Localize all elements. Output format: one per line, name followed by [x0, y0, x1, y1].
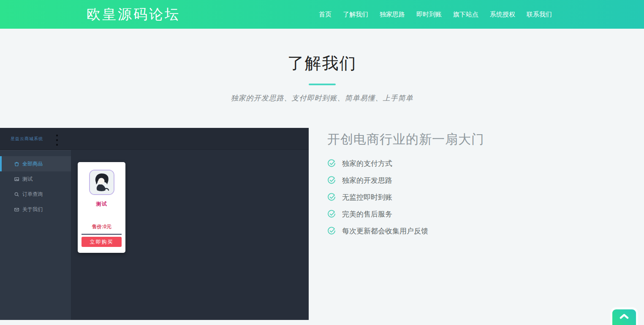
feature-label: 独家的支付方式	[342, 159, 392, 168]
sidebar-item-label: 全部商品	[22, 160, 43, 168]
features-list: 独家的支付方式 独家的开发思路 无监控即时到账 完美的售后服务 每次更新都会收集…	[327, 155, 564, 239]
back-to-top-button[interactable]	[612, 309, 636, 325]
feature-item: 独家的开发思路	[327, 172, 564, 189]
sidebar-item-about-us[interactable]: 关于我们	[0, 202, 71, 217]
product-image	[89, 170, 114, 195]
check-circle-icon	[327, 227, 336, 235]
demo-screenshot-panel: 星益云商城系统 全部商品 测试 订单查询 关于我们	[0, 128, 309, 320]
product-name: 测试	[78, 200, 125, 208]
card-divider	[82, 234, 122, 235]
page-subtitle: 独家的开发思路、支付即时到账、简单易懂、上手简单	[0, 93, 644, 103]
nav-exclusive-ideas[interactable]: 独家思路	[380, 11, 405, 19]
features-section: 开创电商行业的新一扇大门 独家的支付方式 独家的开发思路 无监控即时到账 完美的…	[327, 128, 564, 239]
feature-item: 无监控即时到账	[327, 189, 564, 206]
nav-instant-payment[interactable]: 即时到账	[416, 11, 442, 19]
feature-label: 每次更新都会收集用户反馈	[342, 226, 428, 236]
sidebar-item-label: 关于我们	[22, 206, 43, 213]
product-price: 售价:0元	[78, 223, 125, 230]
sidebar-item-order-query[interactable]: 订单查询	[0, 187, 71, 202]
feature-item: 每次更新都会收集用户反馈	[327, 222, 564, 239]
product-card: 测试 售价:0元 立即购买	[78, 162, 125, 253]
nav-about[interactable]: 了解我们	[343, 11, 368, 19]
sidebar-item-all-goods[interactable]: 全部商品	[0, 156, 71, 171]
sidebar-item-test[interactable]: 测试	[0, 171, 71, 187]
feature-item: 完美的售后服务	[327, 206, 564, 222]
sidebar-item-label: 订单查询	[22, 191, 43, 198]
buy-now-button[interactable]: 立即购买	[82, 237, 122, 247]
feature-label: 无监控即时到账	[342, 192, 392, 202]
check-circle-icon	[327, 193, 336, 201]
nav-home[interactable]: 首页	[319, 11, 332, 19]
nav-sub-sites[interactable]: 旗下站点	[453, 11, 478, 19]
feature-item: 独家的支付方式	[327, 155, 564, 172]
feature-label: 完美的售后服务	[342, 209, 392, 219]
check-circle-icon	[327, 210, 336, 218]
nav-system-license[interactable]: 系统授权	[490, 11, 515, 19]
site-header: 欧皇源码论坛 首页 了解我们 独家思路 即时到账 旗下站点 系统授权 联系我们	[0, 0, 644, 29]
check-circle-icon	[327, 176, 336, 184]
demo-product-area: 测试 售价:0元 立即购买	[71, 150, 309, 320]
demo-topbar: 星益云商城系统	[0, 128, 309, 150]
goods-icon	[14, 161, 19, 167]
features-heading: 开创电商行业的新一扇大门	[327, 131, 564, 148]
chevron-up-icon	[620, 313, 629, 320]
mail-icon	[14, 207, 19, 212]
page-title: 了解我们	[0, 52, 644, 75]
check-circle-icon	[327, 159, 336, 168]
title-underline	[309, 84, 336, 85]
kebab-menu-icon[interactable]	[54, 135, 60, 146]
main-nav: 首页 了解我们 独家思路 即时到账 旗下站点 系统授权 联系我们	[319, 0, 552, 29]
about-section: 了解我们 独家的开发思路、支付即时到账、简单易懂、上手简单	[0, 29, 644, 103]
site-logo[interactable]: 欧皇源码论坛	[87, 0, 180, 29]
feature-label: 独家的开发思路	[342, 176, 392, 185]
search-icon	[14, 192, 19, 197]
demo-sidebar: 全部商品 测试 订单查询 关于我们	[0, 150, 71, 320]
sidebar-item-label: 测试	[22, 176, 33, 183]
nav-contact[interactable]: 联系我们	[527, 11, 552, 19]
image-icon	[14, 176, 19, 182]
demo-brand: 星益云商城系统	[11, 128, 43, 150]
